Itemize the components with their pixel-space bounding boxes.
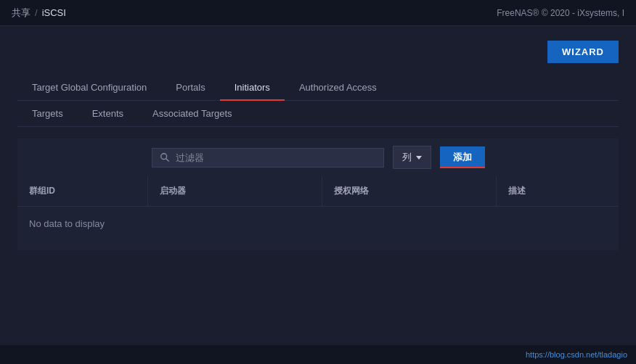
breadcrumb-current: iSCSI	[42, 7, 66, 18]
main-content: WIZARD Target Global Configuration Porta…	[0, 26, 636, 265]
chevron-down-icon	[416, 156, 422, 160]
col-description: 描述	[497, 176, 619, 206]
breadcrumb-separator: /	[35, 7, 38, 18]
tab-initiators[interactable]: Initiators	[220, 75, 285, 100]
svg-line-1	[166, 159, 168, 161]
tabs-row-1: Target Global Configuration Portals Init…	[17, 75, 619, 101]
tab-target-global-configuration[interactable]: Target Global Configuration	[17, 75, 161, 100]
col-group-id: 群组ID	[17, 176, 148, 206]
table-empty-message: No data to display	[17, 207, 619, 250]
filter-bar: 列 添加	[17, 138, 619, 176]
watermark: https://blog.csdn.net/tladagio	[526, 350, 627, 359]
brand-info: FreeNAS® © 2020 - iXsystems, I	[497, 8, 624, 18]
bottom-bar: https://blog.csdn.net/tladagio	[0, 345, 636, 364]
svg-point-0	[160, 154, 166, 160]
breadcrumb-share[interactable]: 共享	[12, 7, 30, 20]
wizard-row: WIZARD	[17, 41, 619, 63]
col-authorized-network: 授权网络	[322, 176, 497, 206]
data-table: 群组ID 启动器 授权网络 描述 No data to display	[17, 176, 619, 250]
wizard-button[interactable]: WIZARD	[547, 41, 619, 63]
tab-extents[interactable]: Extents	[78, 101, 138, 126]
add-button[interactable]: 添加	[440, 146, 485, 168]
filter-input-wrapper	[152, 148, 384, 167]
tab-portals[interactable]: Portals	[161, 75, 219, 100]
table-header: 群组ID 启动器 授权网络 描述	[17, 176, 619, 207]
breadcrumb: 共享 / iSCSI	[12, 7, 66, 20]
col-initiator: 启动器	[148, 176, 322, 206]
filter-input[interactable]	[176, 152, 321, 163]
search-icon	[160, 152, 170, 162]
top-bar: 共享 / iSCSI FreeNAS® © 2020 - iXsystems, …	[0, 0, 636, 26]
columns-button[interactable]: 列	[393, 146, 431, 169]
tab-targets[interactable]: Targets	[17, 101, 78, 126]
tab-associated-targets[interactable]: Associated Targets	[138, 101, 247, 126]
tabs-row-2: Targets Extents Associated Targets	[17, 101, 619, 127]
tab-authorized-access[interactable]: Authorized Access	[285, 75, 391, 100]
